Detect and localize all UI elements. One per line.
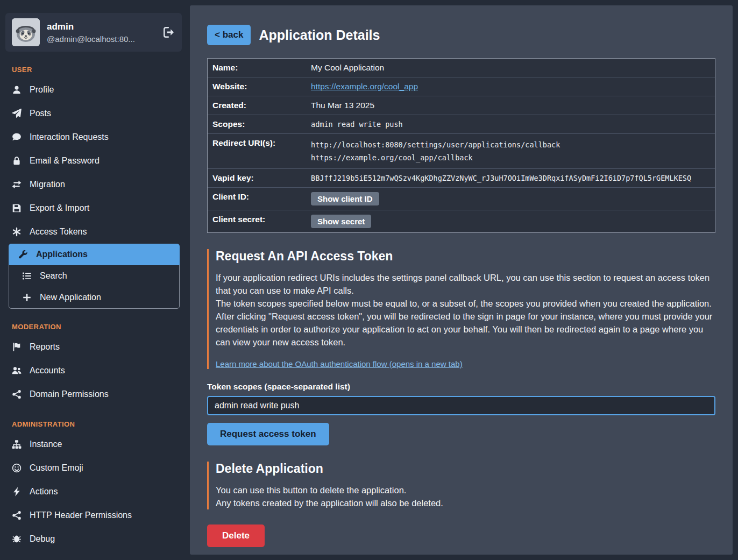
sidebar-item-export-import[interactable]: Export & Import — [0, 196, 186, 220]
table-row-client-id: Client ID: Show client ID — [208, 188, 715, 210]
request-token-paragraph: If your application redirect URIs includ… — [216, 271, 715, 297]
user-meta: admin @admin@localhost:80... — [47, 22, 155, 44]
section-title-user: USER — [12, 66, 186, 74]
sidebar-item-custom-emoji[interactable]: Custom Emoji — [0, 456, 186, 480]
share-nodes-icon — [12, 389, 22, 399]
sidebar-item-label: Search — [40, 270, 67, 282]
sidebar-item-label: Applications — [36, 249, 88, 260]
lock-icon — [12, 156, 22, 166]
sidebar-item-label: Custom Emoji — [30, 462, 83, 474]
wrench-icon — [18, 250, 28, 259]
share-nodes-icon — [12, 511, 22, 520]
sidebar-item-label: Domain Permissions — [30, 388, 109, 400]
sidebar-item-debug[interactable]: Debug — [0, 527, 186, 551]
sidebar-item-access-tokens[interactable]: Access Tokens — [0, 220, 186, 244]
row-value: BBJffJ219b5iE512m7wQSzv4KgKDhgZZVzNyWC_r… — [311, 169, 715, 187]
request-token-section: Request An API Access Token If your appl… — [207, 249, 715, 369]
row-label: Created: — [208, 96, 311, 115]
sidebar-item-migration[interactable]: Migration — [0, 173, 186, 196]
sidebar-item-label: Debug — [30, 533, 55, 545]
table-row-redirect-uris: Redirect URI(s): http://localhost:8080/s… — [208, 134, 715, 169]
sidebar: admin @admin@localhost:80... USER Profil… — [0, 0, 186, 560]
plus-icon — [22, 293, 32, 302]
show-secret-button[interactable]: Show secret — [311, 215, 371, 228]
delete-button[interactable]: Delete — [207, 524, 265, 547]
table-row-website: Website: https://example.org/cool_app — [208, 77, 715, 96]
sidebar-item-label: Migration — [30, 179, 65, 190]
delete-paragraph: Any tokens created by the application wi… — [216, 497, 715, 509]
delete-application-heading: Delete Application — [216, 462, 715, 476]
show-client-id-button[interactable]: Show client ID — [311, 192, 379, 205]
redirect-uri: http://localhost:8080/settings/user/appl… — [311, 138, 709, 151]
asterisk-icon — [12, 227, 22, 237]
table-row-created: Created: Thu Mar 13 2025 — [208, 96, 715, 115]
sidebar-item-label: Actions — [30, 486, 58, 498]
row-label: Vapid key: — [208, 169, 311, 187]
sidebar-item-label: New Application — [40, 292, 101, 303]
page-title: Application Details — [259, 27, 380, 43]
sidebar-item-email-password[interactable]: Email & Password — [0, 149, 186, 173]
section-title-moderation: MODERATION — [12, 323, 186, 331]
sidebar-item-label: Profile — [30, 84, 54, 96]
sidebar-item-label: HTTP Header Permissions — [30, 509, 132, 521]
sidebar-item-accounts[interactable]: Accounts — [0, 359, 186, 382]
sidebar-item-label: Email & Password — [30, 155, 100, 167]
row-label: Client secret: — [208, 210, 311, 232]
row-value: My Cool Application — [311, 59, 715, 77]
sidebar-item-label: Instance — [30, 438, 62, 450]
row-label: Scopes: — [208, 115, 311, 133]
applications-group: Applications Search New Application — [9, 244, 180, 309]
delete-paragraph: You can use this button to delete the ap… — [216, 484, 715, 497]
token-scopes-label: Token scopes (space-separated list) — [207, 382, 715, 392]
sidebar-item-interaction-requests[interactable]: Interaction Requests — [0, 125, 186, 149]
row-value: https://example.org/cool_app — [311, 77, 715, 96]
flag-icon — [12, 342, 22, 352]
users-icon — [12, 366, 22, 375]
sidebar-item-applications-search[interactable]: Search — [9, 265, 179, 287]
comment-icon — [12, 132, 22, 142]
row-value: admin read write push — [311, 115, 715, 133]
paper-plane-icon — [12, 109, 22, 118]
row-value: Thu Mar 13 2025 — [311, 96, 715, 115]
token-scopes-input[interactable] — [207, 396, 715, 415]
row-value: Show client ID — [311, 188, 715, 210]
sidebar-item-profile[interactable]: Profile — [0, 78, 186, 102]
main-panel: < back Application Details Name: My Cool… — [190, 5, 733, 555]
request-token-paragraph: After clicking "Request access token", y… — [216, 310, 715, 349]
sidebar-item-domain-permissions[interactable]: Domain Permissions — [0, 382, 186, 406]
sidebar-item-instance[interactable]: Instance — [0, 433, 186, 456]
applications-submenu: Search New Application — [9, 265, 180, 309]
sidebar-item-label: Reports — [30, 341, 60, 353]
back-button[interactable]: < back — [207, 25, 251, 45]
row-label: Redirect URI(s): — [208, 134, 311, 168]
request-access-token-button[interactable]: Request access token — [207, 423, 329, 445]
row-label: Client ID: — [208, 188, 311, 210]
application-details-table: Name: My Cool Application Website: https… — [207, 58, 715, 233]
sidebar-item-reports[interactable]: Reports — [0, 335, 186, 359]
sidebar-item-label: Accounts — [30, 365, 65, 377]
website-link[interactable]: https://example.org/cool_app — [311, 82, 418, 91]
table-row-client-secret: Client secret: Show secret — [208, 210, 715, 232]
logout-icon[interactable] — [162, 26, 175, 39]
floppy-disk-icon — [12, 203, 22, 213]
row-value: http://localhost:8080/settings/user/appl… — [311, 134, 715, 168]
request-token-heading: Request An API Access Token — [216, 249, 715, 264]
sitemap-icon — [12, 440, 22, 449]
oauth-docs-link[interactable]: Learn more about the OAuth authenticatio… — [216, 359, 463, 368]
sloth-avatar — [12, 18, 40, 46]
section-title-administration: ADMINISTRATION — [12, 420, 186, 428]
sidebar-item-applications-selected[interactable]: Applications — [9, 244, 180, 265]
delete-application-section: Delete Application You can use this butt… — [207, 462, 715, 509]
list-icon — [22, 271, 32, 281]
user-handle: @admin@localhost:80... — [47, 34, 155, 44]
sidebar-item-label: Access Tokens — [30, 226, 87, 238]
sidebar-item-posts[interactable]: Posts — [0, 102, 186, 125]
sidebar-item-new-application[interactable]: New Application — [9, 287, 179, 308]
sidebar-item-actions[interactable]: Actions — [0, 480, 186, 504]
sidebar-item-http-header-permissions[interactable]: HTTP Header Permissions — [0, 504, 186, 527]
table-row-name: Name: My Cool Application — [208, 59, 715, 77]
sidebar-item-label: Export & Import — [30, 202, 89, 214]
request-token-paragraph: The token scopes specified below must be… — [216, 297, 715, 310]
user-name: admin — [47, 22, 155, 32]
page-header: < back Application Details — [207, 25, 715, 45]
